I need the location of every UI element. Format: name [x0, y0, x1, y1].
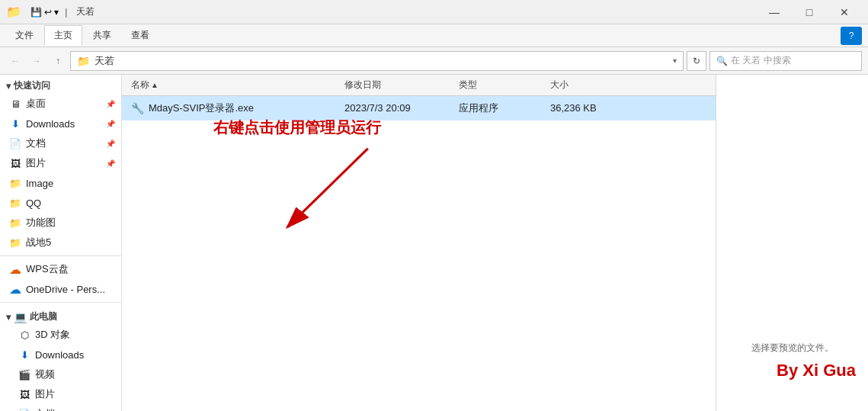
titlebar-dropdown-btn[interactable]: ▾: [54, 7, 59, 18]
image-folder-icon: 📁: [9, 177, 21, 189]
desktop-icon: 🖥: [9, 98, 21, 110]
this-pc-icon: 💻: [14, 311, 27, 323]
address-box[interactable]: 📁 天若 ▾: [70, 51, 684, 71]
ribbon-tab-view[interactable]: 查看: [122, 26, 159, 45]
help-button[interactable]: ?: [841, 27, 862, 45]
titlebar: 📁 💾 ↩ ▾ | 天若 — □ ✕: [0, 0, 868, 24]
sidebar-desktop-pin: 📌: [106, 100, 115, 108]
file-name-cell: 🔧 MdayS-SVIP登录器.exe: [128, 101, 341, 115]
col-header-date[interactable]: 修改日期: [341, 75, 456, 95]
preview-panel: 选择要预览的文件。 By Xi Gua: [716, 75, 868, 411]
pc-docs-icon: 📄: [18, 408, 30, 411]
video-icon: 🎬: [18, 368, 30, 380]
sidebar-pc-pictures-label: 图片: [35, 387, 55, 401]
pc-downloads-icon: ⬇: [18, 348, 30, 361]
search-box[interactable]: 🔍 在 天若 中搜索: [709, 51, 862, 71]
sidebar-item-onedrive[interactable]: ☁ OneDrive - Pers...: [0, 279, 121, 299]
sidebar-pc-downloads-label: Downloads: [35, 349, 84, 361]
sidebar-wps-label: WPS云盘: [26, 262, 69, 276]
window-title: 天若: [76, 5, 94, 18]
window-separator: |: [65, 7, 67, 18]
sidebar-gongnentu-label: 功能图: [26, 216, 56, 230]
quick-access-label: 快速访问: [14, 79, 50, 92]
quick-undo-btn[interactable]: ↩: [44, 7, 52, 18]
sidebar-video-label: 视频: [35, 368, 55, 381]
sidebar-item-zhanshidi5[interactable]: 📁 战地5: [0, 233, 121, 252]
sidebar-divider-1: [0, 255, 121, 256]
watermark: By Xi Gua: [777, 355, 856, 380]
file-area: 名称 ▲ 修改日期 类型 大小 🔧 MdayS-SVIP登录器.exe 2023…: [122, 75, 716, 411]
ribbon-tab-file[interactable]: 文件: [6, 26, 43, 45]
annotation-arrow: [122, 96, 716, 411]
file-date-cell: 2023/7/3 20:09: [341, 102, 456, 114]
titlebar-left: 📁 💾 ↩ ▾ | 天若: [6, 5, 94, 19]
search-placeholder: 在 天若 中搜索: [731, 54, 791, 67]
addressbar: ← → ↑ 📁 天若 ▾ ↻ 🔍 在 天若 中搜索: [0, 47, 868, 75]
sidebar-item-pc-downloads[interactable]: ⬇ Downloads: [0, 345, 121, 364]
maximize-button[interactable]: □: [792, 0, 827, 24]
address-folder-icon: 📁: [77, 55, 90, 67]
sidebar-docs-label: 文档: [26, 136, 46, 150]
sidebar-pictures-pin: 📌: [106, 159, 115, 168]
pictures-icon: 🖼: [9, 157, 21, 169]
col-header-type[interactable]: 类型: [456, 75, 547, 95]
pc-pictures-icon: 🖼: [18, 388, 30, 400]
file-columns: 名称 ▲ 修改日期 类型 大小: [122, 75, 716, 96]
forward-button[interactable]: →: [27, 52, 46, 70]
titlebar-controls: — □ ✕: [757, 0, 862, 24]
sidebar-zhanshidi5-label: 战地5: [26, 236, 51, 249]
col-header-size[interactable]: 大小: [547, 75, 623, 95]
onedrive-icon: ☁: [9, 283, 21, 295]
quick-save-btn[interactable]: 💾: [30, 7, 42, 18]
sidebar-item-gongnentu[interactable]: 📁 功能图: [0, 213, 121, 233]
zhanshidi5-folder-icon: 📁: [9, 236, 21, 249]
docs-icon: 📄: [9, 137, 21, 149]
quick-toolbar: 💾 ↩ ▾: [30, 7, 59, 18]
main-area: ▾ 快速访问 🖥 桌面 📌 ⬇ Downloads 📌 📄 文档 📌 🖼 图片 …: [0, 75, 868, 411]
downloads-icon: ⬇: [9, 117, 21, 130]
close-button[interactable]: ✕: [827, 0, 862, 24]
svg-line-1: [287, 149, 368, 227]
sidebar-item-3d[interactable]: ⬡ 3D 对象: [0, 325, 121, 345]
file-size-cell: 36,236 KB: [547, 102, 623, 114]
sidebar-item-image[interactable]: 📁 Image: [0, 173, 121, 193]
ribbon-tab-share[interactable]: 共享: [84, 26, 120, 45]
sidebar-pc-docs-label: 文档: [35, 407, 55, 411]
sidebar-item-pc-docs[interactable]: 📄 文档: [0, 404, 121, 411]
this-pc-collapse-icon[interactable]: ▾: [6, 312, 11, 323]
this-pc-header: ▾ 💻 此电脑: [0, 306, 121, 325]
sidebar-item-video[interactable]: 🎬 视频: [0, 364, 121, 384]
preview-text: 选择要预览的文件。: [751, 342, 834, 355]
sidebar-qq-label: QQ: [26, 197, 41, 209]
file-list-container: 🔧 MdayS-SVIP登录器.exe 2023/7/3 20:09 应用程序 …: [122, 96, 716, 411]
ribbon: 文件 主页 共享 查看 ?: [0, 24, 868, 47]
sidebar-item-docs[interactable]: 📄 文档 📌: [0, 133, 121, 153]
sidebar-item-downloads[interactable]: ⬇ Downloads 📌: [0, 114, 121, 133]
ribbon-tab-home[interactable]: 主页: [44, 25, 82, 46]
sidebar-item-qq[interactable]: 📁 QQ: [0, 193, 121, 213]
sidebar-item-wps[interactable]: ☁ WPS云盘: [0, 259, 121, 279]
sidebar-downloads-pin: 📌: [106, 120, 115, 128]
col-header-name[interactable]: 名称 ▲: [128, 75, 341, 95]
sidebar-divider-2: [0, 302, 121, 303]
wps-icon: ☁: [9, 263, 21, 275]
sidebar-item-desktop[interactable]: 🖥 桌面 📌: [0, 94, 121, 114]
back-button[interactable]: ←: [6, 52, 24, 70]
sidebar-downloads-label: Downloads: [26, 118, 75, 130]
table-row[interactable]: 🔧 MdayS-SVIP登录器.exe 2023/7/3 20:09 应用程序 …: [122, 96, 716, 120]
sidebar-item-pictures[interactable]: 🖼 图片 📌: [0, 153, 121, 173]
sidebar-desktop-label: 桌面: [26, 97, 46, 111]
this-pc-label: 此电脑: [30, 310, 57, 323]
address-dropdown-icon[interactable]: ▾: [673, 56, 677, 65]
sidebar-3d-label: 3D 对象: [35, 328, 70, 342]
sidebar-image-label: Image: [26, 178, 53, 189]
annotation-text: 右键点击使用管理员运行: [213, 117, 381, 138]
minimize-button[interactable]: —: [757, 0, 792, 24]
sidebar-onedrive-label: OneDrive - Pers...: [26, 284, 105, 295]
sidebar-docs-pin: 📌: [106, 140, 115, 148]
up-button[interactable]: ↑: [49, 52, 67, 70]
quick-access-collapse-icon[interactable]: ▾: [6, 81, 11, 92]
refresh-button[interactable]: ↻: [687, 51, 706, 71]
sort-arrow: ▲: [151, 81, 159, 89]
sidebar-item-pc-pictures[interactable]: 🖼 图片: [0, 384, 121, 404]
